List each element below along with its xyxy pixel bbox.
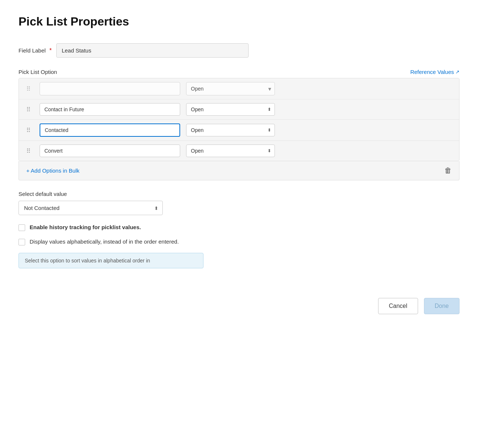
add-options-bulk-link[interactable]: + Add Options in Bulk — [26, 167, 80, 174]
alphabetical-label: Display values alphabetically, instead o… — [30, 238, 179, 245]
history-tracking-label: Enable history tracking for picklist val… — [30, 224, 141, 230]
drag-handle-partial[interactable]: ⠿ — [26, 85, 34, 92]
picklist-row-partial: ⠿ Open — [19, 78, 459, 99]
partial-value-input[interactable] — [40, 82, 180, 95]
cancel-button[interactable]: Cancel — [378, 298, 418, 314]
done-button[interactable]: Done — [424, 298, 460, 314]
history-tracking-checkbox[interactable] — [18, 224, 25, 231]
field-label-row: Field Label * — [18, 43, 460, 58]
alphabetical-row: Display values alphabetically, instead o… — [18, 238, 460, 245]
alphabetical-checkbox[interactable] — [18, 239, 25, 245]
add-bulk-row: + Add Options in Bulk 🗑 — [18, 161, 460, 180]
expand-icon: ↗ — [455, 69, 460, 75]
category-select-3[interactable]: Open Closed Won Lost — [186, 145, 275, 157]
field-label-input[interactable] — [56, 43, 249, 58]
drag-handle-2[interactable]: ⠿ — [26, 127, 34, 134]
category-select-wrapper-2: Open Closed Won Lost — [186, 124, 275, 136]
partial-category-select[interactable]: Open — [186, 82, 275, 95]
reference-values-text: Reference Values — [410, 69, 454, 75]
tooltip-box: Select this option to sort values in alp… — [18, 253, 203, 268]
history-tracking-row: Enable history tracking for picklist val… — [18, 224, 460, 231]
category-select-wrapper-1: Open Closed Won Lost — [186, 103, 275, 116]
picklist-row: ⠿ Open Closed Won Lost — [19, 99, 459, 120]
tooltip-text: Select this option to sort values in alp… — [25, 258, 150, 264]
drag-handle-1[interactable]: ⠿ — [26, 106, 34, 113]
picklist-value-input-2[interactable] — [40, 123, 180, 137]
field-label-text: Field Label — [18, 47, 46, 54]
drag-handle-3[interactable]: ⠿ — [26, 147, 34, 155]
category-select-1[interactable]: Open Closed Won Lost — [186, 103, 275, 116]
category-select-2[interactable]: Open Closed Won Lost — [186, 124, 275, 136]
required-indicator: * — [49, 47, 51, 54]
default-select-wrapper: Not Contacted Contact in Future Contacte… — [18, 201, 163, 215]
default-value-section: Select default value Not Contacted Conta… — [18, 191, 460, 215]
default-value-select[interactable]: Not Contacted Contact in Future Contacte… — [18, 201, 163, 215]
default-value-label: Select default value — [18, 191, 460, 197]
reference-values-link[interactable]: Reference Values ↗ — [410, 69, 460, 75]
picklist-table: ⠿ Open ⠿ Open Closed Won Lost ⠿ Open — [18, 78, 460, 161]
footer-buttons: Cancel Done — [18, 291, 460, 314]
picklist-row: ⠿ Open Closed Won Lost — [19, 120, 459, 141]
category-select-wrapper-3: Open Closed Won Lost — [186, 145, 275, 157]
trash-icon[interactable]: 🗑 — [444, 166, 452, 175]
picklist-value-input-3[interactable] — [40, 145, 180, 157]
picklist-row: ⠿ Open Closed Won Lost — [19, 141, 459, 161]
page-title: Pick List Properties — [18, 15, 460, 28]
partial-select-wrapper: Open — [186, 82, 275, 95]
picklist-value-input-1[interactable] — [40, 103, 180, 116]
picklist-section-header: Pick List Option Reference Values ↗ — [18, 69, 460, 75]
picklist-section-label: Pick List Option — [18, 69, 57, 75]
